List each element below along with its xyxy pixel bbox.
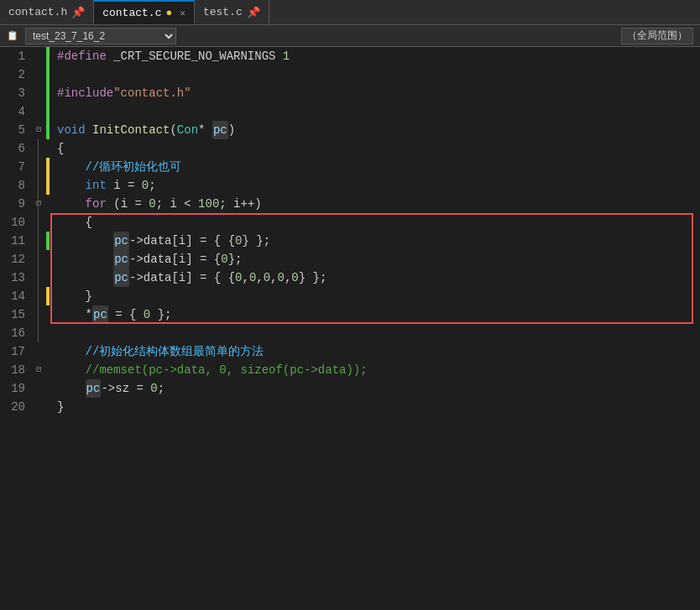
code-line-16	[57, 324, 700, 342]
tab-contact-h[interactable]: contact.h 📌	[0, 0, 94, 24]
line-num-15: 15	[0, 305, 25, 324]
line-num-9: 9	[0, 195, 25, 213]
tab-pin-icon: 📌	[71, 6, 85, 19]
code-line-4	[57, 102, 700, 121]
code-line-20: }	[57, 398, 700, 416]
line-num-7: 7	[0, 158, 25, 176]
code-line-19: pc->sz = 0;	[57, 379, 700, 398]
collapse-column: ⊟ ⊟ ⊟	[32, 47, 45, 609]
line-num-3: 3	[0, 84, 25, 102]
code-line-14: }	[57, 287, 700, 305]
line-num-17: 17	[0, 342, 25, 361]
collapse-btn-9[interactable]: ⊟	[32, 195, 45, 213]
code-line-7: //循环初始化也可	[57, 158, 700, 176]
line-num-1: 1	[0, 47, 25, 65]
code-line-8: int i = 0;	[57, 176, 700, 195]
code-line-11: pc->data[i] = { {0} };	[57, 232, 700, 250]
code-content[interactable]: #define _CRT_SECURE_NO_WARNINGS 1 #inclu…	[50, 47, 700, 609]
collapse-btn-5[interactable]: ⊟	[32, 121, 45, 139]
scope-icon: 📋	[7, 30, 18, 41]
collapse-btn-17[interactable]: ⊟	[32, 361, 45, 379]
line-num-14: 14	[0, 287, 25, 305]
line-num-10: 10	[0, 213, 25, 232]
code-line-9: for (i = 0; i < 100; i++)	[57, 195, 700, 213]
code-line-5: void InitContact(Con* pc)	[57, 121, 700, 139]
tab-close-button[interactable]: ✕	[180, 8, 185, 18]
change-bar-yellow-2	[46, 287, 50, 305]
code-line-10: {	[57, 213, 700, 232]
scope-dropdown[interactable]: test_23_7_16_2	[25, 28, 176, 44]
line-num-5: 5	[0, 121, 25, 139]
line-num-16: 16	[0, 324, 25, 342]
line-num-12: 12	[0, 250, 25, 269]
line-num-2: 2	[0, 65, 25, 84]
scope-bar: 📋 test_23_7_16_2 （全局范围）	[0, 25, 700, 47]
line-num-19: 19	[0, 379, 25, 398]
tab-label: test.c	[203, 6, 243, 18]
change-bar-yellow-1	[46, 158, 50, 195]
scope-label-area: （全局范围）	[621, 28, 693, 44]
line-num-8: 8	[0, 176, 25, 195]
line-num-13: 13	[0, 269, 25, 287]
line-numbers: 1 2 3 4 5 6 7 8 9 10 11 12 13 14 15 16 1…	[0, 47, 32, 609]
tab-pin-icon: 📌	[247, 6, 260, 19]
code-line-3: #include"contact.h"	[57, 84, 700, 102]
tab-modified-indicator: ●	[165, 7, 172, 19]
line-num-11: 11	[0, 232, 25, 250]
code-line-2	[57, 65, 700, 84]
line-num-18: 18	[0, 361, 25, 379]
code-line-6: {	[57, 139, 700, 158]
code-line-12: pc->data[i] = {0};	[57, 250, 700, 269]
change-bar-green-2	[46, 232, 50, 250]
tab-contact-c[interactable]: contact.c ● ✕	[94, 0, 195, 24]
tab-bar: contact.h 📌 contact.c ● ✕ test.c 📌	[0, 0, 700, 25]
scope-label: （全局范围）	[621, 28, 693, 44]
code-line-17: //初始化结构体数组最简单的方法	[57, 342, 700, 361]
line-num-20: 20	[0, 398, 25, 416]
code-line-18: //memset(pc->data, 0, sizeof(pc->data));	[57, 361, 700, 379]
code-line-15: *pc = { 0 };	[57, 305, 700, 324]
code-line-1: #define _CRT_SECURE_NO_WARNINGS 1	[57, 47, 700, 65]
line-num-6: 6	[0, 139, 25, 158]
tab-label: contact.h	[8, 6, 67, 18]
tab-label: contact.c	[102, 7, 161, 19]
change-bar-green-1	[46, 47, 50, 139]
line-num-4: 4	[0, 102, 25, 121]
tab-test-c[interactable]: test.c 📌	[195, 0, 269, 24]
code-line-13: pc->data[i] = { {0,0,0,0,0} };	[57, 269, 700, 287]
editor: 1 2 3 4 5 6 7 8 9 10 11 12 13 14 15 16 1…	[0, 47, 700, 609]
